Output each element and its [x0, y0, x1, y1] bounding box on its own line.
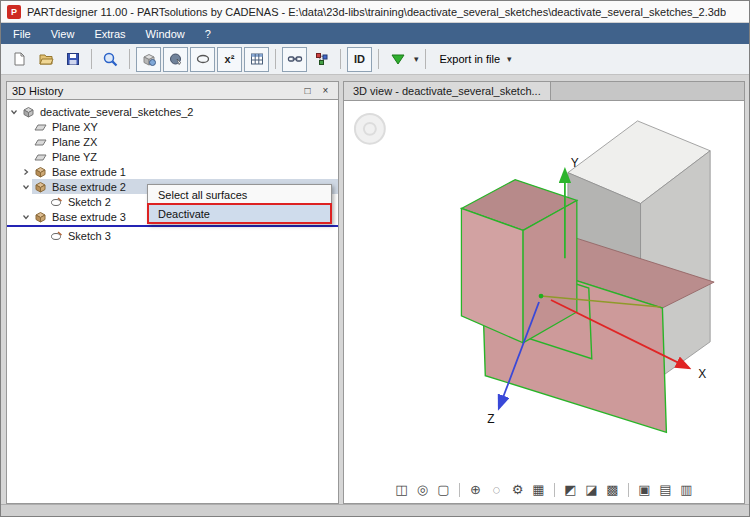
chevron-down-icon[interactable]	[7, 108, 20, 116]
magnifier-icon	[102, 51, 119, 68]
chevron-right-icon[interactable]	[19, 168, 32, 176]
chevron-down-icon[interactable]: ▾	[414, 54, 419, 64]
hiddenline-mode-icon[interactable]: ▩	[604, 481, 621, 498]
tree-item-label: Plane XY	[49, 121, 101, 133]
tree-item-label: Base extrude 1	[49, 166, 129, 178]
tree-item-label: deactivate_several_sketches_2	[37, 106, 196, 118]
zoom-button[interactable]	[98, 47, 123, 72]
shaded-mode-icon[interactable]: ◩	[562, 481, 579, 498]
partdesigner-window: { "window": { "icon_text": "P", "title":…	[0, 0, 750, 517]
box-view-icon[interactable]: ▢	[435, 481, 452, 498]
tree-item-base-extrude-1[interactable]: Base extrude 1	[7, 164, 338, 179]
new-page-icon	[11, 51, 27, 67]
sphere-cursor-icon	[168, 51, 184, 67]
plane-icon	[32, 136, 49, 148]
side-view-icon[interactable]: ▥	[678, 481, 695, 498]
variables-button[interactable]: x²	[217, 47, 242, 72]
chevron-down-icon[interactable]	[19, 213, 32, 221]
toolbar-separator	[425, 49, 426, 69]
history-panel: 3D History □ × deactivate_several_sketch…	[6, 81, 339, 504]
link-icon	[287, 51, 303, 67]
tree-item-label: Base extrude 2	[49, 181, 129, 193]
sketch-icon	[48, 230, 65, 242]
save-floppy-icon	[65, 51, 81, 67]
status-bar	[1, 504, 749, 516]
relations-button[interactable]	[309, 47, 334, 72]
toolbar-separator	[275, 49, 276, 69]
grid-icon[interactable]: ▦	[530, 481, 547, 498]
view-cube-button[interactable]	[136, 47, 161, 72]
tab-3d-view[interactable]: 3D view - deactivate_several_sketch...	[344, 82, 551, 100]
tree-item-label: Sketch 2	[65, 196, 114, 208]
viewport-toolbar: ◫ ◎ ▢ ⊕ ◌ ⚙ ▦ ◩ ◪ ▩ ▣ ▤ ▥	[393, 481, 695, 498]
plane-icon	[32, 121, 49, 133]
axis-x-label: X	[698, 367, 706, 381]
id-button[interactable]: ID	[347, 47, 372, 72]
title-bar: P PARTdesigner 11.00 - PARTsolutions by …	[1, 1, 749, 23]
settings-gear-icon[interactable]: ⚙	[509, 481, 526, 498]
extrude-icon	[32, 181, 49, 193]
tree-item-sketch-3[interactable]: Sketch 3	[7, 228, 338, 243]
open-folder-icon	[38, 51, 54, 67]
menu-help[interactable]: ?	[195, 23, 221, 44]
green-triangle-icon	[390, 52, 406, 66]
history-tree: deactivate_several_sketches_2 Plane XY P…	[6, 100, 339, 504]
menu-file[interactable]: File	[3, 23, 41, 44]
sphere-view-icon[interactable]: ◎	[414, 481, 431, 498]
context-menu-item-deactivate[interactable]: Deactivate	[148, 204, 331, 223]
plane-icon	[32, 151, 49, 163]
menu-extras[interactable]: Extras	[84, 23, 135, 44]
tree-item-root[interactable]: deactivate_several_sketches_2	[7, 104, 338, 119]
toolbar-separator	[340, 49, 341, 69]
front-view-icon[interactable]: ▤	[657, 481, 674, 498]
toolbar-separator	[459, 483, 460, 497]
toolbar-separator	[378, 49, 379, 69]
part-icon	[20, 106, 37, 118]
tree-item-label: Sketch 3	[65, 230, 114, 242]
table-icon	[249, 51, 265, 67]
context-menu-item-select-all-surfaces[interactable]: Select all surfaces	[148, 185, 331, 204]
tree-item-plane-xy[interactable]: Plane XY	[7, 119, 338, 134]
toolbar-separator	[628, 483, 629, 497]
save-button[interactable]	[60, 47, 85, 72]
chevron-down-icon[interactable]	[19, 183, 32, 191]
select-surface-button[interactable]	[163, 47, 188, 72]
history-panel-header: 3D History □ ×	[6, 81, 339, 100]
new-button[interactable]	[6, 47, 31, 72]
extrude-icon	[32, 166, 49, 178]
menu-window[interactable]: Window	[136, 23, 195, 44]
ellipse-tool-button[interactable]	[190, 47, 215, 72]
wireframe-mode-icon[interactable]: ◪	[583, 481, 600, 498]
open-button[interactable]	[33, 47, 58, 72]
toolbar-separator	[129, 49, 130, 69]
iso-view-icon[interactable]: ▣	[636, 481, 653, 498]
pink-box-extrude-2	[461, 180, 576, 343]
main-content: 3D History □ × deactivate_several_sketch…	[1, 75, 749, 504]
3d-scene[interactable]: Y X Z	[344, 101, 744, 503]
close-panel-button[interactable]: ×	[318, 84, 333, 98]
drop-insert-indicator	[7, 225, 338, 227]
fit-view-icon[interactable]: ◫	[393, 481, 410, 498]
chevron-down-icon: ▾	[507, 54, 512, 64]
maximize-panel-button[interactable]: □	[300, 84, 315, 98]
tree-item-label: Plane ZX	[49, 136, 100, 148]
view-tab-bar: 3D view - deactivate_several_sketch...	[343, 81, 745, 100]
tree-item-plane-yz[interactable]: Plane YZ	[7, 149, 338, 164]
main-toolbar: x² ID ▾ Export in file ▾	[1, 44, 749, 75]
viewport-3d[interactable]: Y X Z ◫ ◎ ▢ ⊕ ◌ ⚙ ▦	[343, 100, 745, 504]
x2-icon: x²	[225, 53, 235, 65]
view-panel: 3D view - deactivate_several_sketch...	[343, 81, 745, 504]
link-button[interactable]	[282, 47, 307, 72]
zoom-icon[interactable]: ⊕	[467, 481, 484, 498]
id-icon: ID	[354, 53, 365, 65]
orbit-icon[interactable]: ◌	[488, 481, 505, 498]
value-table-button[interactable]	[244, 47, 269, 72]
menu-view[interactable]: View	[41, 23, 85, 44]
tree-item-label: Base extrude 3	[49, 211, 129, 223]
window-title: PARTdesigner 11.00 - PARTsolutions by CA…	[27, 6, 726, 18]
export-in-file-button[interactable]: Export in file ▾	[432, 47, 520, 72]
color-dropdown-button[interactable]	[385, 47, 410, 72]
tree-item-plane-zx[interactable]: Plane ZX	[7, 134, 338, 149]
toolbar-separator	[554, 483, 555, 497]
axis-z-label: Z	[487, 412, 494, 426]
